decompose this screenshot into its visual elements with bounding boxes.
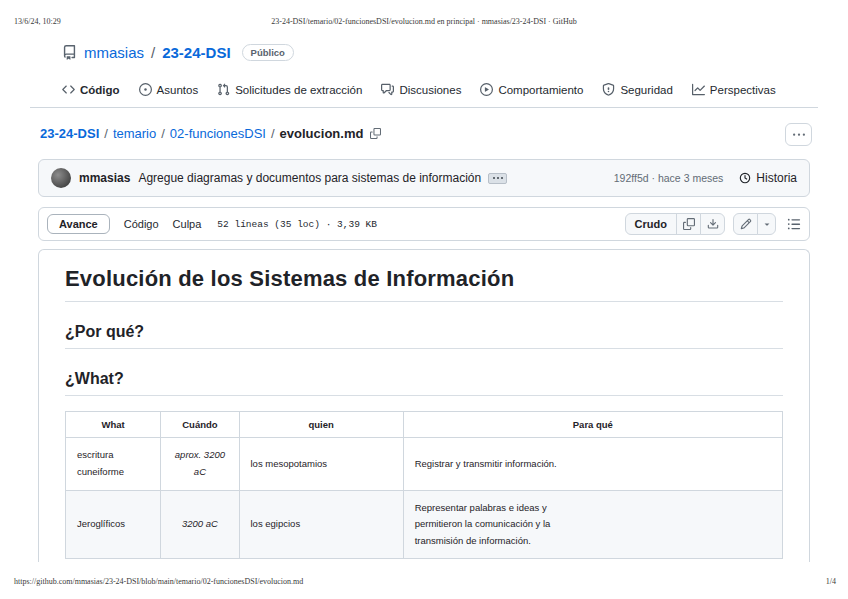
print-doc-title: 23-24-DSI/temario/02-funcionesDSI/evoluc… (0, 17, 848, 26)
edit-dropdown-caret-icon[interactable] (757, 213, 776, 235)
copy-path-icon[interactable] (370, 128, 381, 139)
tab-label: Solicitudes de extracción (235, 84, 362, 96)
tab-label: Código (80, 84, 120, 96)
tab-asuntos[interactable]: Asuntos (139, 83, 199, 96)
visibility-badge: Público (242, 44, 294, 60)
outline-list-icon[interactable] (787, 217, 801, 231)
pull-request-icon (217, 83, 230, 96)
breadcrumb-separator: / (266, 126, 280, 141)
breadcrumb-separator: / (99, 126, 113, 141)
tab-discusiones[interactable]: Discusiones (381, 83, 461, 96)
tab-seguridad[interactable]: Seguridad (602, 83, 672, 96)
table-cell: los mesopotamios (239, 438, 403, 490)
code-icon (62, 83, 75, 96)
graph-icon (692, 83, 705, 96)
breadcrumb-filename: evolucion.md (280, 126, 364, 141)
repo-header-separator: / (151, 44, 155, 61)
commit-sha-and-age: 192ff5d · hace 3 meses (614, 172, 724, 184)
tab-perspectivas[interactable]: Perspectivas (692, 83, 776, 96)
commit-author-link[interactable]: mmasias (79, 171, 130, 185)
table-cell: los egipcios (239, 490, 403, 559)
raw-button[interactable]: Crudo (625, 213, 677, 235)
markdown-content: Evolución de los Sistemas de Información… (38, 249, 810, 562)
repo-nav: Código Asuntos Solicitudes de extracción… (62, 83, 776, 96)
tab-solicitudes[interactable]: Solicitudes de extracción (217, 83, 362, 96)
repo-name-link[interactable]: 23-24-DSI (162, 44, 230, 61)
download-icon[interactable] (700, 213, 725, 235)
repo-icon (62, 45, 77, 60)
table-cell: Registrar y transmitir información. (403, 438, 782, 490)
table-header-row: What Cuándo quien Para qué (66, 412, 783, 438)
repo-header: mmasias / 23-24-DSI Público (62, 44, 294, 61)
col-header: What (66, 412, 161, 438)
print-url: https://github.com/mmasias/23-24-DSI/blo… (14, 577, 303, 586)
commit-ellipsis-button[interactable] (488, 173, 507, 184)
file-info: 52 líneas (35 loc) · 3,39 KB (217, 219, 377, 230)
history-label: Historia (756, 171, 797, 185)
heading-what: ¿What? (65, 370, 783, 396)
heading-por-que: ¿Por qué? (65, 323, 783, 349)
breadcrumb-dir-temario[interactable]: temario (113, 126, 156, 141)
tab-codigo-file[interactable]: Código (124, 218, 159, 230)
tab-label: Discusiones (399, 84, 461, 96)
avatar[interactable] (51, 168, 71, 188)
tab-codigo[interactable]: Código (62, 83, 120, 96)
repo-owner-link[interactable]: mmasias (84, 44, 144, 61)
tab-culpa[interactable]: Culpa (173, 218, 202, 230)
discussions-icon (381, 83, 394, 96)
edit-group (733, 213, 776, 235)
tab-avance[interactable]: Avance (47, 214, 110, 234)
tab-label: Comportamiento (498, 84, 583, 96)
tab-label: Perspectivas (710, 84, 776, 96)
latest-commit-bar: mmasias Agregue diagramas y documentos p… (38, 159, 810, 197)
more-options-button[interactable] (785, 123, 812, 146)
breadcrumb-separator: / (156, 126, 170, 141)
print-page-number: 1/4 (826, 577, 836, 586)
col-header: quien (239, 412, 403, 438)
nav-divider (30, 107, 818, 108)
tab-label: Seguridad (620, 84, 672, 96)
table-cell: escritura cuneiforme (66, 438, 161, 490)
shield-icon (602, 83, 615, 96)
tab-comportamiento[interactable]: Comportamiento (480, 83, 583, 96)
table-row: Jeroglíficos 3200 aC los egipcios Repres… (66, 490, 783, 559)
copy-file-icon[interactable] (676, 213, 701, 235)
table-cell: Jeroglíficos (66, 490, 161, 559)
breadcrumb-dir-02-funcionesDSI[interactable]: 02-funcionesDSI (170, 126, 266, 141)
tab-label: Asuntos (157, 84, 199, 96)
breadcrumb-repo-link[interactable]: 23-24-DSI (40, 126, 99, 141)
col-header: Cuándo (161, 412, 239, 438)
content-table: What Cuándo quien Para qué escritura cun… (65, 411, 783, 559)
history-link[interactable]: Historia (739, 171, 797, 185)
breadcrumb: 23-24-DSI / temario / 02-funcionesDSI / … (40, 126, 812, 141)
table-cell: Representar palabras e ideas y permitier… (403, 490, 782, 559)
col-header: Para qué (403, 412, 782, 438)
file-toolbar: Avance Código Culpa 52 líneas (35 loc) ·… (38, 207, 810, 241)
raw-copy-download-group: Crudo (625, 213, 725, 235)
play-icon (480, 83, 493, 96)
edit-pencil-icon[interactable] (733, 213, 758, 235)
table-row: escritura cuneiforme aprox. 3200 aC los … (66, 438, 783, 490)
table-cell: aprox. 3200 aC (161, 438, 239, 490)
history-clock-icon (739, 172, 751, 184)
table-cell: 3200 aC (161, 490, 239, 559)
commit-message-link[interactable]: Agregue diagramas y documentos para sist… (138, 171, 481, 185)
issue-icon (139, 83, 152, 96)
page-title: Evolución de los Sistemas de Información (65, 266, 783, 302)
